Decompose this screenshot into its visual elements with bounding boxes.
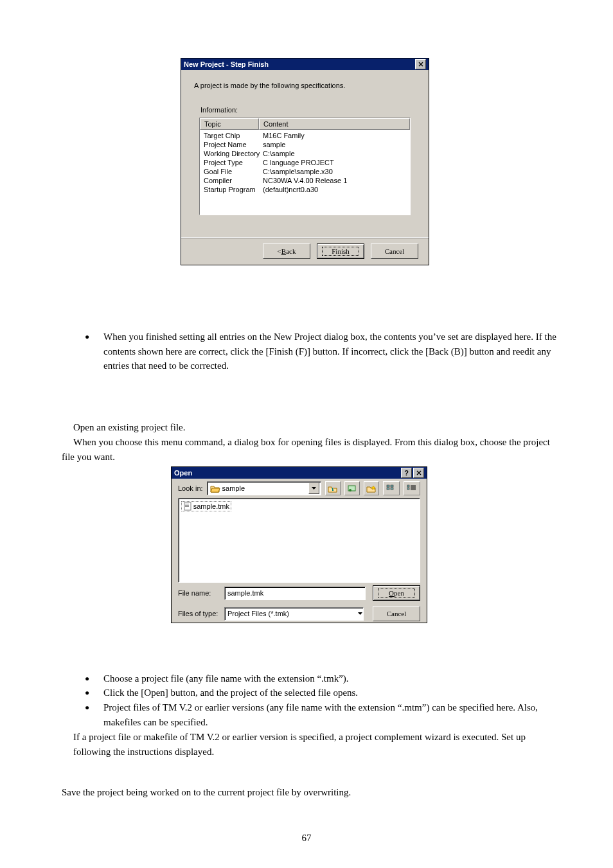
- close-icon[interactable]: [413, 468, 424, 478]
- svg-rect-6: [407, 485, 409, 487]
- col-topic[interactable]: Topic: [200, 118, 259, 130]
- svg-rect-4: [391, 485, 393, 487]
- open-toolbar: Look in: sample: [172, 479, 427, 498]
- dialog-titlebar: New Project - Step Finish: [181, 58, 429, 70]
- file-icon: [183, 502, 191, 511]
- body-text: Project files of TM V.2 or earlier versi…: [103, 700, 556, 729]
- help-icon[interactable]: ?: [401, 468, 412, 478]
- bullet-icon: ●: [85, 332, 89, 342]
- file-item[interactable]: sample.tmk: [181, 501, 231, 511]
- file-name-label: File name:: [178, 589, 219, 597]
- body-text: Save the project being worked on to the …: [62, 785, 556, 800]
- dialog-titlebar: Open ?: [172, 467, 427, 479]
- svg-rect-7: [407, 488, 409, 490]
- dialog-button-bar: < Back Finish Cancel: [181, 237, 429, 265]
- chevron-down-icon[interactable]: [308, 483, 319, 494]
- open-button[interactable]: Open: [373, 585, 420, 601]
- file-list-area[interactable]: sample.tmk: [178, 498, 420, 583]
- file-name-input[interactable]: sample.tmk: [224, 587, 366, 600]
- body-text: Open an existing project file.: [62, 420, 556, 435]
- open-dialog: Open ? Look in: sample: [171, 466, 427, 623]
- desktop-icon[interactable]: [344, 481, 360, 495]
- list-view-icon[interactable]: [383, 481, 400, 495]
- svg-point-1: [349, 489, 351, 492]
- look-in-label: Look in:: [178, 484, 203, 492]
- list-row: Working DirectoryC:\sample: [204, 149, 406, 158]
- bullet-icon: ●: [85, 688, 89, 698]
- chevron-down-icon[interactable]: [358, 612, 362, 615]
- new-folder-icon[interactable]: [364, 481, 379, 495]
- file-type-label: Files of type:: [178, 610, 219, 617]
- body-text: If a project file or makefile of TM V.2 …: [73, 730, 555, 759]
- col-content[interactable]: Content: [259, 118, 410, 130]
- up-one-level-icon[interactable]: [325, 481, 341, 495]
- cancel-button[interactable]: Cancel: [373, 606, 420, 621]
- information-label: Information:: [200, 106, 416, 114]
- look-in-combo[interactable]: sample: [207, 481, 321, 495]
- back-button[interactable]: < Back: [263, 244, 310, 259]
- dialog-title: Open: [174, 467, 192, 479]
- page-number: 67: [0, 833, 613, 844]
- list-row: Startup Program(default)ncrt0.a30: [204, 185, 406, 194]
- svg-rect-13: [185, 504, 189, 504]
- dialog-intro-text: A project is made by the following speci…: [194, 82, 416, 89]
- bullet-icon: ●: [85, 674, 89, 684]
- list-header: Topic Content: [200, 118, 410, 130]
- information-listbox[interactable]: Topic Content Target ChipM16C Family Pro…: [199, 118, 411, 215]
- list-row: CompilerNC30WA V.4.00 Release 1: [204, 176, 406, 185]
- list-row: Goal FileC:\sample\sample.x30: [204, 167, 406, 176]
- svg-rect-2: [387, 485, 389, 487]
- close-icon[interactable]: [415, 59, 426, 69]
- list-row: Target ChipM16C Family: [204, 131, 406, 140]
- body-text: Choose a project file (any file name wit…: [103, 671, 573, 686]
- file-type-combo[interactable]: Project Files (*.tmk): [224, 607, 364, 621]
- cancel-button[interactable]: Cancel: [371, 244, 418, 259]
- list-row: Project Namesample: [204, 140, 406, 149]
- finish-button[interactable]: Finish: [317, 244, 364, 259]
- details-view-icon[interactable]: [404, 481, 420, 495]
- list-row: Project TypeC language PROJECT: [204, 158, 406, 167]
- body-text: When you finished setting all entries on…: [103, 330, 556, 373]
- svg-rect-3: [387, 488, 389, 490]
- svg-rect-15: [185, 506, 189, 507]
- svg-rect-5: [391, 488, 393, 490]
- svg-rect-14: [185, 505, 189, 506]
- new-project-step-finish-dialog: New Project - Step Finish A project is m…: [181, 58, 429, 265]
- body-text: When you choose this menu command, a dia…: [62, 435, 556, 464]
- dialog-title: New Project - Step Finish: [184, 58, 269, 70]
- body-text: Click the [Open] button, and the project…: [103, 686, 573, 700]
- open-folder-icon: [210, 484, 220, 493]
- bullet-icon: ●: [85, 703, 89, 713]
